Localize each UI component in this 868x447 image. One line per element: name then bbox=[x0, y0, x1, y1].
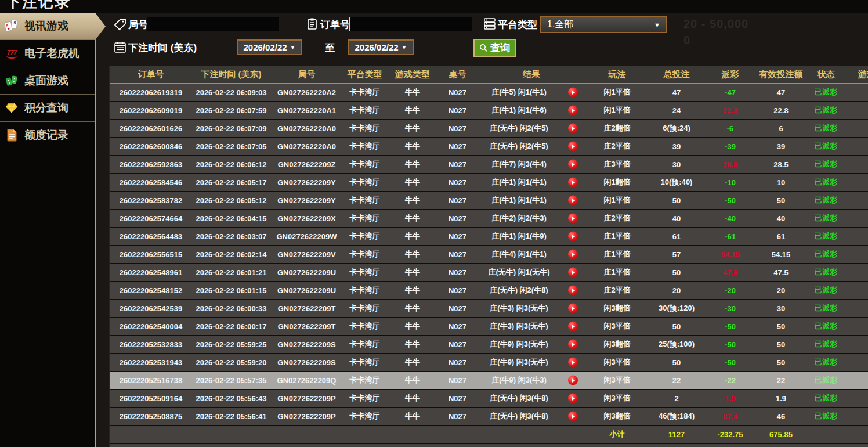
table-row[interactable]: 2602220525319432026-02-22 05:59:20GN0272… bbox=[110, 354, 868, 372]
play-video-button[interactable] bbox=[568, 160, 578, 170]
play-video-button[interactable] bbox=[568, 214, 578, 224]
cell-table-no: N027 bbox=[439, 354, 476, 372]
cell-platform-type: 卡卡湾厅 bbox=[343, 228, 386, 246]
table-row[interactable]: 2602220625746642026-02-22 06:04:15GN0272… bbox=[110, 210, 868, 228]
cell-valid-bet: 50 bbox=[755, 192, 807, 210]
sidebar-item-table-games[interactable]: 桌面游戏 bbox=[0, 67, 95, 95]
cell-result: 庄(无牛) 闲2(牛5) bbox=[476, 120, 587, 138]
cell-round-no: GN027262220A0 bbox=[270, 120, 343, 138]
bet-time-label: 下注时间 (美东) bbox=[128, 41, 197, 55]
cell-platform-type: 卡卡湾厅 bbox=[343, 84, 386, 102]
table-row[interactable]: 2602220626090192026-02-22 06:07:59GN0272… bbox=[110, 102, 868, 120]
cell-platform-type: 卡卡湾厅 bbox=[343, 390, 386, 408]
cell-payout: -50 bbox=[706, 354, 755, 372]
play-video-button[interactable] bbox=[568, 178, 578, 188]
cell-bet-time: 2026-02-22 05:56:43 bbox=[192, 390, 270, 408]
sidebar-item-points[interactable]: 积分查询 bbox=[0, 95, 95, 122]
table-row[interactable]: 2602220625400042026-02-22 06:00:17GN0272… bbox=[110, 318, 868, 336]
sidebar-item-video-games[interactable]: 9 K♥ 视讯游戏 bbox=[0, 13, 110, 40]
play-video-button[interactable] bbox=[568, 250, 578, 259]
cell-bet-time: 2026-02-22 05:57:35 bbox=[192, 372, 270, 390]
tag-icon bbox=[114, 18, 126, 31]
play-video-button[interactable] bbox=[568, 268, 578, 277]
order-no-input[interactable] bbox=[349, 17, 472, 31]
round-no-input[interactable] bbox=[147, 17, 279, 31]
cell-status: 已派彩 bbox=[807, 228, 845, 246]
play-video-button[interactable] bbox=[568, 340, 578, 349]
play-video-button[interactable] bbox=[568, 412, 578, 421]
play-video-button[interactable] bbox=[568, 88, 578, 98]
titlebar: 下注记录 bbox=[0, 0, 868, 13]
table-row[interactable]: 2602220625837822026-02-22 06:05:12GN0272… bbox=[110, 192, 868, 210]
result-text: 庄(牛1) 闲1(牛9) bbox=[491, 232, 547, 240]
play-video-button[interactable] bbox=[568, 142, 578, 152]
table-row[interactable]: 2602220625489612026-02-22 06:01:21GN0272… bbox=[110, 264, 868, 282]
cell-platform-type: 卡卡湾厅 bbox=[343, 336, 386, 354]
result-text: 庄(无牛) 闲2(牛5) bbox=[490, 142, 548, 150]
table-row[interactable]: 2602220525088752026-02-22 05:56:41GN0272… bbox=[110, 408, 868, 426]
play-video-button[interactable] bbox=[568, 286, 578, 295]
result-text: 庄(牛9) 闲3(无牛) bbox=[490, 340, 548, 348]
play-video-button[interactable] bbox=[568, 232, 578, 241]
sidebar-item-slots[interactable]: 777 电子老虎机 bbox=[0, 40, 95, 67]
cell-result: 庄(牛1) 闲1(牛9) bbox=[476, 228, 587, 246]
table-row[interactable]: 2602220625425392026-02-22 06:00:33GN0272… bbox=[110, 300, 868, 318]
cell-table-no: N027 bbox=[439, 408, 476, 426]
play-video-button[interactable] bbox=[568, 304, 578, 313]
play-video-button[interactable] bbox=[568, 106, 578, 116]
table-row[interactable]: 2602220525328332026-02-22 05:59:25GN0272… bbox=[110, 336, 868, 354]
table-row[interactable]: 2602220625845462026-02-22 06:05:17GN0272… bbox=[110, 174, 868, 192]
play-video-button[interactable] bbox=[568, 376, 578, 385]
cell-play-method: 庄1平倍 bbox=[587, 264, 648, 282]
result-text: 庄(牛5) 闲1(牛1) bbox=[491, 88, 547, 96]
result-text: 庄(牛7) 闲3(牛4) bbox=[491, 160, 547, 168]
result-text: 庄(无牛) 闲2(牛8) bbox=[490, 286, 548, 294]
platform-type-label: 平台类型 bbox=[498, 18, 537, 31]
cell-order-no: 260222052532833 bbox=[110, 336, 192, 354]
cell-round-no: GN0272622209U bbox=[270, 264, 343, 282]
chevron-down-icon: ▼ bbox=[654, 21, 660, 28]
cell-game-extra bbox=[845, 390, 868, 408]
table-row[interactable]: 2602220625481522026-02-22 06:01:15GN0272… bbox=[110, 282, 868, 300]
table-row[interactable]: 2602220626193192026-02-22 06:09:03GN0272… bbox=[110, 84, 868, 102]
table-row[interactable]: 2602220525167382026-02-22 05:57:35GN0272… bbox=[110, 372, 868, 390]
cell-platform-type: 卡卡湾厅 bbox=[343, 264, 386, 282]
play-video-button[interactable] bbox=[568, 358, 578, 367]
table-row[interactable]: 2602220625928632026-02-22 06:06:12GN0272… bbox=[110, 156, 868, 174]
cell-status: 已派彩 bbox=[807, 246, 845, 264]
table-header-row: 订单号下注时间 (美东)局号平台类型游戏类型桌号结果玩法总投注派彩有效投注额状态… bbox=[110, 66, 868, 84]
to-label: 至 bbox=[325, 41, 335, 55]
cell-round-no: GN0272622209X bbox=[270, 210, 343, 228]
table-row[interactable]: 2602220525091642026-02-22 05:56:43GN0272… bbox=[110, 390, 868, 408]
cell-platform-type: 卡卡湾厅 bbox=[343, 210, 386, 228]
cell-payout: 47.5 bbox=[706, 264, 755, 282]
table-row[interactable]: 2602220626016262026-02-22 06:07:09GN0272… bbox=[110, 120, 868, 138]
platform-type-select[interactable]: 1.全部 ▼ bbox=[540, 16, 667, 33]
table-row[interactable]: 2602220626008462026-02-22 06:07:05GN0272… bbox=[110, 138, 868, 156]
date-to-picker[interactable]: 2026/02/22 ▼ bbox=[348, 39, 414, 55]
play-video-button[interactable] bbox=[568, 196, 578, 206]
cell-game-extra bbox=[845, 84, 868, 102]
cell-bet-time: 2026-02-22 06:02:14 bbox=[192, 246, 270, 264]
footer-label: 小计 bbox=[587, 426, 648, 444]
play-video-button[interactable] bbox=[568, 394, 578, 403]
cell-round-no: GN0272622209U bbox=[270, 282, 343, 300]
cell-round-no: GN0272622209T bbox=[270, 318, 343, 336]
sidebar-item-quota-records[interactable]: 额度记录 bbox=[0, 122, 95, 149]
table-row[interactable]: 2602220625565152026-02-22 06:02:14GN0272… bbox=[110, 246, 868, 264]
play-video-button[interactable] bbox=[568, 124, 578, 134]
cell-valid-bet: 20 bbox=[755, 282, 807, 300]
date-from-picker[interactable]: 2026/02/22 ▼ bbox=[237, 39, 302, 55]
table-games-icon bbox=[4, 74, 19, 88]
table-row[interactable]: 2602220625644832026-02-22 06:03:07GN0272… bbox=[110, 228, 868, 246]
cell-game-extra bbox=[845, 372, 868, 390]
cell-status: 已派彩 bbox=[807, 174, 845, 192]
footer-total-bet: 1127 bbox=[648, 426, 706, 444]
cell-result: 庄(牛1) 闲1(牛1) bbox=[476, 192, 587, 210]
play-video-button[interactable] bbox=[568, 322, 578, 331]
footer-empty-cell bbox=[270, 426, 343, 444]
search-button[interactable]: 查询 bbox=[473, 39, 516, 57]
cell-status: 已派彩 bbox=[807, 354, 845, 372]
footer-empty-cell bbox=[192, 444, 270, 447]
cell-status: 已派彩 bbox=[807, 300, 845, 318]
